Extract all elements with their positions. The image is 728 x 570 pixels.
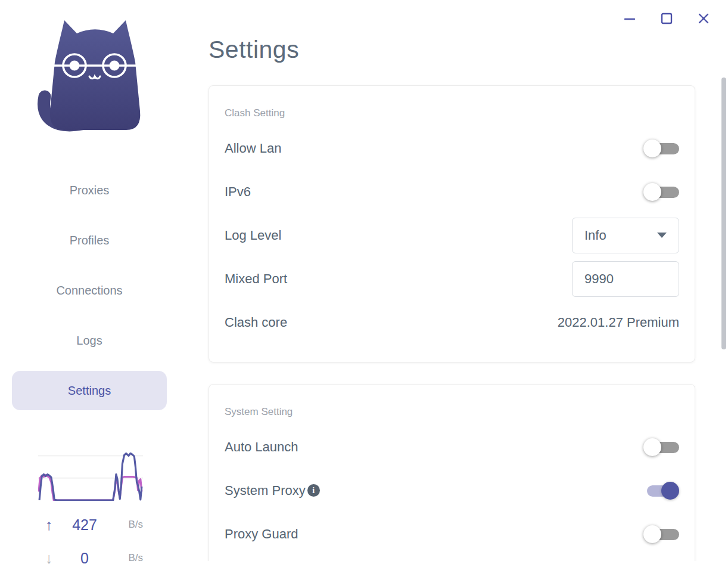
- system-proxy-row: System Proxy i: [225, 469, 679, 512]
- sidebar-item-label: Profiles: [70, 234, 110, 247]
- main-content: Settings Clash Setting Allow Lan IPv6 Lo…: [179, 0, 703, 561]
- sidebar-item-label: Connections: [56, 284, 122, 298]
- toggle-thumb: [661, 482, 679, 500]
- upload-speed-row: ↑ 427 B/s: [36, 513, 149, 537]
- sidebar-item-proxies[interactable]: Proxies: [12, 171, 167, 210]
- sidebar-item-label: Settings: [68, 384, 111, 398]
- sidebar-item-profiles[interactable]: Profiles: [12, 221, 167, 260]
- auto-launch-row: Auto Launch: [225, 425, 679, 469]
- log-level-select[interactable]: Info: [572, 218, 679, 253]
- clash-core-row: Clash core 2022.01.27 Premium: [225, 301, 679, 344]
- traffic-monitor: ↑ 427 B/s ↓ 0 B/s: [36, 448, 149, 570]
- clash-core-label: Clash core: [225, 315, 287, 330]
- download-speed-row: ↓ 0 B/s: [36, 546, 149, 570]
- ipv6-label: IPv6: [225, 184, 251, 200]
- traffic-graph: [38, 448, 143, 501]
- mixed-port-row: Mixed Port: [225, 257, 679, 301]
- window-controls: [622, 11, 711, 26]
- maximize-icon: [660, 12, 673, 25]
- sidebar-nav: Proxies Profiles Connections Logs Settin…: [0, 171, 179, 421]
- card-title: System Setting: [225, 406, 679, 418]
- log-level-selected-value: Info: [584, 228, 606, 243]
- mixed-port-input[interactable]: [572, 261, 679, 297]
- close-button[interactable]: [696, 11, 711, 26]
- minimize-button[interactable]: [622, 11, 637, 26]
- maximize-button[interactable]: [659, 11, 674, 26]
- allow-lan-label: Allow Lan: [225, 141, 281, 156]
- clash-core-version: 2022.01.27 Premium: [558, 315, 679, 330]
- card-title: Clash Setting: [225, 107, 679, 119]
- auto-launch-toggle[interactable]: [643, 437, 679, 457]
- clash-cat-logo: [25, 16, 144, 134]
- upload-arrow-icon: ↑: [36, 516, 62, 534]
- download-speed-value: 0: [62, 550, 107, 567]
- toggle-thumb: [643, 140, 661, 157]
- download-arrow-icon: ↓: [36, 550, 62, 567]
- toggle-thumb: [643, 438, 661, 456]
- sidebar-item-logs[interactable]: Logs: [12, 321, 167, 360]
- system-setting-card: System Setting Auto Launch System Proxy …: [209, 384, 695, 561]
- system-proxy-toggle[interactable]: [643, 481, 679, 501]
- allow-lan-row: Allow Lan: [225, 126, 679, 170]
- proxy-guard-label: Proxy Guard: [225, 526, 298, 542]
- chevron-down-icon: [657, 233, 667, 238]
- page-title: Settings: [209, 36, 299, 64]
- system-proxy-label: System Proxy i: [225, 483, 320, 498]
- upload-speed-value: 427: [62, 516, 107, 534]
- mixed-port-label: Mixed Port: [225, 271, 287, 287]
- log-level-row: Log Level Info: [225, 213, 679, 257]
- sidebar-item-label: Logs: [76, 334, 102, 348]
- sidebar-item-label: Proxies: [70, 184, 110, 197]
- auto-launch-label: Auto Launch: [225, 439, 298, 455]
- toggle-thumb: [643, 525, 661, 543]
- upload-speed-unit: B/s: [107, 519, 143, 531]
- ipv6-row: IPv6: [225, 170, 679, 213]
- sidebar-item-settings[interactable]: Settings: [12, 371, 167, 410]
- proxy-guard-row: Proxy Guard: [225, 512, 679, 556]
- download-speed-unit: B/s: [107, 552, 143, 564]
- system-proxy-label-text: System Proxy: [225, 483, 306, 498]
- sidebar: Proxies Profiles Connections Logs Settin…: [0, 0, 179, 570]
- toggle-thumb: [643, 183, 661, 201]
- proxy-guard-toggle[interactable]: [643, 524, 679, 544]
- allow-lan-toggle[interactable]: [643, 138, 679, 159]
- log-level-label: Log Level: [225, 228, 281, 243]
- ipv6-toggle[interactable]: [643, 182, 679, 202]
- close-icon: [697, 12, 710, 25]
- info-icon[interactable]: i: [307, 484, 320, 497]
- minimize-icon: [623, 12, 636, 25]
- sidebar-item-connections[interactable]: Connections: [12, 271, 167, 310]
- scrollbar-thumb[interactable]: [721, 78, 726, 349]
- clash-setting-card: Clash Setting Allow Lan IPv6 Log Level: [209, 85, 695, 363]
